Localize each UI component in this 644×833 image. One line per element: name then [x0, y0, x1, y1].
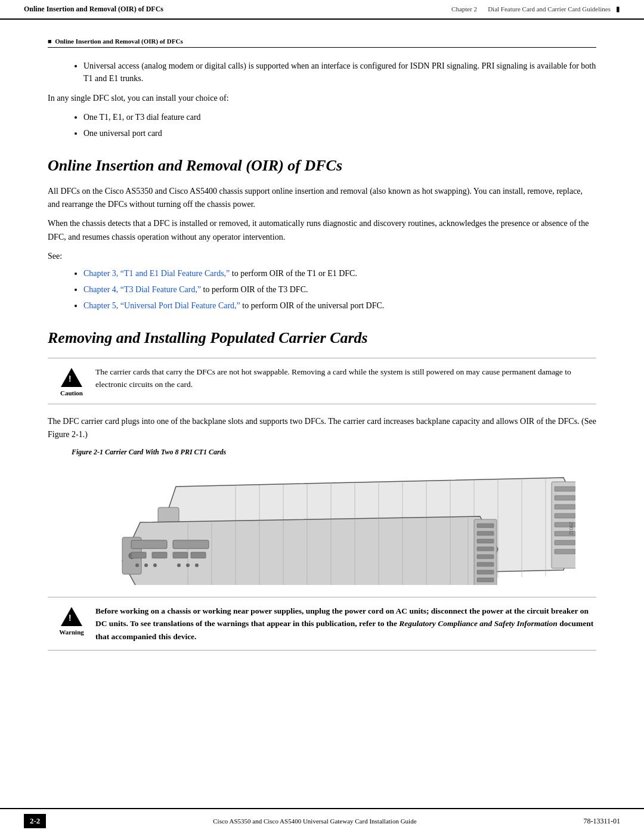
figure-caption: Figure 2-1 Carrier Card With Two 8 PRI C…	[72, 448, 596, 457]
caution-label: Caution	[60, 389, 83, 397]
section1-para1: All DFCs on the Cisco AS5350 and Cisco A…	[48, 185, 596, 212]
svg-point-59	[144, 563, 148, 567]
page-footer: 2-2 Cisco AS5350 and Cisco AS5400 Univer…	[0, 808, 644, 833]
header-section-title: Online Insertion and Removal (OIR) of DF…	[24, 5, 163, 14]
footer-doc-title: Cisco AS5350 and Cisco AS5400 Universal …	[46, 817, 583, 825]
chapter3-link-suffix: to perform OIR of the T1 or E1 DFC.	[230, 269, 357, 278]
warning-label: Warning	[59, 628, 84, 636]
svg-point-61	[177, 563, 181, 567]
slot-intro-para: In any single DFC slot, you can install …	[48, 92, 596, 105]
chapter4-link[interactable]: Chapter 4, “T3 Dial Feature Card,”	[83, 285, 201, 294]
svg-rect-19	[555, 504, 575, 509]
section1-heading: Online Insertion and Removal (OIR) of DF…	[48, 156, 596, 175]
svg-rect-41	[474, 519, 497, 585]
svg-rect-23	[555, 540, 575, 545]
footer-page-number: 2-2	[24, 814, 46, 828]
chapter4-link-suffix: to perform OIR of the T3 DFC.	[201, 285, 308, 294]
warning-triangle-icon	[61, 607, 82, 626]
header-chapter-title: Dial Feature Card and Carrier Card Guide…	[488, 5, 611, 13]
warning-box: Warning Before working on a chassis or w…	[48, 597, 596, 651]
chapter3-link[interactable]: Chapter 3, “T1 and E1 Dial Feature Cards…	[83, 269, 230, 278]
caution-icon-col: Caution	[48, 366, 95, 397]
page-header: Online Insertion and Removal (OIR) of DF…	[0, 0, 644, 20]
intro-bullet-list: Universal access (analog modem or digita…	[48, 60, 596, 85]
breadcrumb: ■ Online Insertion and Removal (OIR) of …	[48, 38, 596, 48]
svg-marker-27	[122, 516, 498, 585]
oir-link-item-3: Chapter 5, “Universal Port Dial Feature …	[83, 299, 596, 312]
svg-rect-18	[555, 496, 575, 500]
warning-icon-col: Warning	[48, 605, 95, 636]
chapter5-link-suffix: to perform OIR of the universal port DFC…	[240, 301, 384, 310]
caution-triangle-icon	[61, 368, 82, 387]
figure-container: 29032	[48, 469, 596, 585]
svg-rect-42	[477, 524, 494, 528]
svg-rect-53	[173, 540, 209, 549]
section1-para2: When the chassis detects that a DFC is i…	[48, 217, 596, 244]
svg-rect-44	[477, 539, 494, 543]
svg-rect-57	[191, 552, 206, 558]
warning-text: Before working on a chassis or working n…	[95, 605, 596, 643]
carrier-card-image: 29032	[69, 469, 575, 585]
intro-section: Universal access (analog modem or digita…	[48, 60, 596, 140]
svg-point-60	[153, 563, 157, 567]
svg-rect-20	[555, 513, 575, 518]
svg-point-62	[186, 563, 190, 567]
svg-rect-48	[477, 570, 494, 574]
header-chapter-info: Chapter 2 Dial Feature Card and Carrier …	[451, 5, 620, 14]
svg-rect-24	[555, 549, 575, 554]
slot-option-2: One universal port card	[83, 127, 596, 140]
svg-rect-17	[555, 487, 575, 491]
svg-rect-43	[477, 531, 494, 535]
chapter5-link[interactable]: Chapter 5, “Universal Port Dial Feature …	[83, 301, 240, 310]
svg-point-63	[195, 563, 199, 567]
svg-rect-52	[131, 540, 167, 549]
slot-options-list: One T1, E1, or T3 dial feature card One …	[48, 111, 596, 140]
svg-rect-56	[173, 552, 188, 558]
svg-rect-54	[131, 552, 146, 558]
footer-doc-number: 78-13311-01	[583, 817, 620, 826]
see-label: See:	[48, 250, 596, 263]
header-chapter-label: Chapter 2	[451, 5, 477, 13]
carrier-card-svg: 29032	[69, 469, 575, 585]
svg-rect-55	[152, 552, 167, 558]
svg-point-58	[135, 563, 139, 567]
svg-rect-49	[477, 578, 494, 582]
svg-rect-47	[477, 562, 494, 566]
oir-link-item-2: Chapter 4, “T3 Dial Feature Card,” to pe…	[83, 283, 596, 296]
oir-links-list: Chapter 3, “T1 and E1 Dial Feature Cards…	[48, 267, 596, 312]
page-content: ■ Online Insertion and Removal (OIR) of …	[0, 20, 644, 709]
caution-box: Caution The carrier cards that carry the…	[48, 358, 596, 404]
slot-option-1: One T1, E1, or T3 dial feature card	[83, 111, 596, 123]
svg-rect-46	[477, 555, 494, 559]
svg-rect-45	[477, 547, 494, 551]
svg-text:29032: 29032	[568, 521, 574, 535]
section2-para1: The DFC carrier card plugs into one of t…	[48, 415, 596, 442]
section2-heading: Removing and Installing Populated Carrie…	[48, 329, 596, 347]
caution-text: The carrier cards that carry the DFCs ar…	[95, 366, 596, 391]
intro-bullet-item: Universal access (analog modem or digita…	[83, 60, 596, 85]
oir-link-item-1: Chapter 3, “T1 and E1 Dial Feature Cards…	[83, 267, 596, 280]
